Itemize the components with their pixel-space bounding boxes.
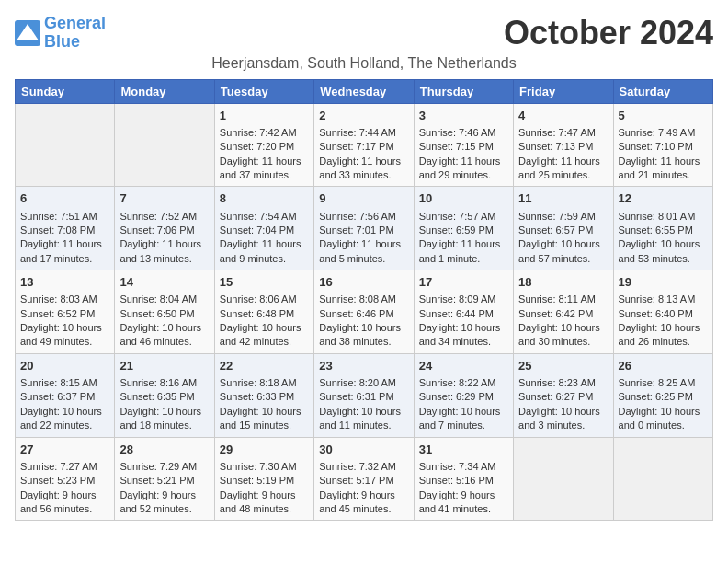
- cell-line: Sunset: 7:01 PM: [319, 224, 408, 237]
- calendar-cell: 2Sunrise: 7:44 AMSunset: 7:17 PMDaylight…: [314, 103, 414, 187]
- cell-line: Daylight: 10 hours and 0 minutes.: [619, 405, 708, 433]
- day-header-saturday: Saturday: [613, 79, 712, 103]
- cell-line: Sunrise: 8:22 AM: [419, 376, 508, 390]
- day-number: 14: [119, 274, 209, 291]
- day-number: 22: [220, 358, 309, 374]
- cell-line: Sunset: 7:15 PM: [419, 140, 508, 154]
- calendar-cell: 17Sunrise: 8:09 AMSunset: 6:44 PMDayligh…: [414, 270, 513, 354]
- cell-line: Daylight: 9 hours and 41 minutes.: [419, 488, 508, 517]
- day-number: 9: [319, 190, 408, 207]
- cell-line: Sunrise: 7:44 AM: [319, 126, 408, 140]
- cell-line: Sunset: 5:16 PM: [419, 474, 508, 488]
- cell-line: Sunset: 7:20 PM: [220, 140, 309, 154]
- cell-line: Sunset: 7:06 PM: [119, 224, 209, 237]
- calendar-cell: 15Sunrise: 8:06 AMSunset: 6:48 PMDayligh…: [214, 270, 313, 354]
- day-number: 29: [220, 442, 309, 458]
- day-number: 13: [20, 274, 109, 291]
- week-row-4: 20Sunrise: 8:15 AMSunset: 6:37 PMDayligh…: [16, 353, 713, 437]
- cell-line: Sunrise: 8:06 AM: [220, 293, 309, 306]
- logo-line2: Blue: [44, 32, 80, 51]
- cell-line: Sunset: 6:57 PM: [518, 224, 608, 237]
- cell-line: Daylight: 10 hours and 53 minutes.: [619, 237, 708, 266]
- cell-line: Daylight: 11 hours and 5 minutes.: [319, 237, 408, 266]
- day-number: 3: [419, 108, 508, 124]
- calendar-cell: 4Sunrise: 7:47 AMSunset: 7:13 PMDaylight…: [514, 103, 613, 187]
- cell-line: Sunrise: 8:13 AM: [619, 293, 708, 306]
- week-row-5: 27Sunrise: 7:27 AMSunset: 5:23 PMDayligh…: [16, 437, 713, 521]
- cell-line: Sunset: 5:23 PM: [20, 474, 109, 488]
- calendar-cell: 20Sunrise: 8:15 AMSunset: 6:37 PMDayligh…: [16, 353, 115, 437]
- cell-line: Daylight: 9 hours and 52 minutes.: [119, 488, 209, 517]
- day-number: 5: [619, 108, 708, 124]
- cell-line: Daylight: 10 hours and 34 minutes.: [419, 321, 508, 350]
- day-number: 16: [319, 274, 408, 291]
- cell-line: Sunset: 5:17 PM: [319, 474, 408, 488]
- cell-line: Sunset: 6:37 PM: [20, 390, 109, 404]
- cell-line: Sunset: 6:55 PM: [619, 224, 708, 237]
- day-number: 4: [518, 108, 608, 124]
- day-number: 20: [20, 358, 109, 374]
- cell-line: Daylight: 9 hours and 48 minutes.: [220, 488, 309, 517]
- cell-line: Sunset: 6:33 PM: [220, 390, 309, 404]
- cell-line: Daylight: 9 hours and 56 minutes.: [20, 488, 109, 517]
- calendar-cell: 29Sunrise: 7:30 AMSunset: 5:19 PMDayligh…: [214, 437, 313, 521]
- cell-line: Sunset: 6:29 PM: [419, 390, 508, 404]
- cell-line: Sunrise: 8:03 AM: [20, 293, 109, 306]
- calendar-cell: 14Sunrise: 8:04 AMSunset: 6:50 PMDayligh…: [115, 270, 214, 354]
- calendar-cell: [514, 437, 613, 521]
- calendar-cell: 18Sunrise: 8:11 AMSunset: 6:42 PMDayligh…: [514, 270, 613, 354]
- cell-line: Sunrise: 7:56 AM: [319, 210, 408, 224]
- cell-line: Sunrise: 7:54 AM: [220, 210, 309, 224]
- cell-line: Sunset: 6:44 PM: [419, 307, 508, 321]
- cell-line: Sunrise: 8:08 AM: [319, 293, 408, 306]
- cell-line: Daylight: 9 hours and 45 minutes.: [319, 488, 408, 517]
- cell-line: Daylight: 11 hours and 17 minutes.: [20, 237, 109, 266]
- calendar-cell: 6Sunrise: 7:51 AMSunset: 7:08 PMDaylight…: [16, 187, 115, 270]
- calendar-cell: [115, 103, 214, 187]
- day-number: 25: [518, 358, 608, 374]
- cell-line: Daylight: 11 hours and 33 minutes.: [319, 155, 408, 183]
- cell-line: Sunrise: 7:59 AM: [518, 210, 608, 224]
- calendar-cell: 13Sunrise: 8:03 AMSunset: 6:52 PMDayligh…: [16, 270, 115, 354]
- day-header-wednesday: Wednesday: [314, 79, 414, 103]
- day-number: 12: [619, 190, 708, 207]
- calendar-cell: 28Sunrise: 7:29 AMSunset: 5:21 PMDayligh…: [115, 437, 214, 521]
- cell-line: Sunrise: 7:57 AM: [419, 210, 508, 224]
- calendar-cell: 8Sunrise: 7:54 AMSunset: 7:04 PMDaylight…: [214, 187, 313, 270]
- location-title: Heerjansdam, South Holland, The Netherla…: [15, 55, 713, 72]
- calendar-cell: 22Sunrise: 8:18 AMSunset: 6:33 PMDayligh…: [214, 353, 313, 437]
- header-row: SundayMondayTuesdayWednesdayThursdayFrid…: [16, 79, 713, 103]
- cell-line: Sunrise: 7:27 AM: [20, 460, 109, 474]
- cell-line: Sunset: 6:48 PM: [220, 307, 309, 321]
- cell-line: Sunrise: 7:30 AM: [220, 460, 309, 474]
- cell-line: Sunrise: 8:04 AM: [119, 293, 209, 306]
- cell-line: Sunrise: 7:34 AM: [419, 460, 508, 474]
- day-number: 19: [619, 274, 708, 291]
- calendar-cell: [16, 103, 115, 187]
- cell-line: Daylight: 11 hours and 9 minutes.: [220, 237, 309, 266]
- cell-line: Sunset: 6:31 PM: [319, 390, 408, 404]
- cell-line: Sunset: 6:25 PM: [619, 390, 708, 404]
- cell-line: Daylight: 11 hours and 25 minutes.: [518, 155, 608, 183]
- day-number: 10: [419, 190, 508, 207]
- calendar-body: 1Sunrise: 7:42 AMSunset: 7:20 PMDaylight…: [16, 103, 713, 521]
- day-number: 7: [119, 190, 209, 207]
- cell-line: Sunrise: 8:20 AM: [319, 376, 408, 390]
- day-number: 18: [518, 274, 608, 291]
- calendar-cell: 7Sunrise: 7:52 AMSunset: 7:06 PMDaylight…: [115, 187, 214, 270]
- cell-line: Daylight: 10 hours and 46 minutes.: [119, 321, 209, 350]
- cell-line: Sunset: 7:17 PM: [319, 140, 408, 154]
- cell-line: Sunset: 7:13 PM: [518, 140, 608, 154]
- day-number: 27: [20, 442, 109, 458]
- month-title: October 2024: [504, 15, 713, 52]
- cell-line: Sunrise: 8:25 AM: [619, 376, 708, 390]
- cell-line: Sunrise: 7:49 AM: [619, 126, 708, 140]
- day-number: 21: [119, 358, 209, 374]
- day-header-monday: Monday: [115, 79, 214, 103]
- calendar-cell: 30Sunrise: 7:32 AMSunset: 5:17 PMDayligh…: [314, 437, 414, 521]
- calendar-cell: 1Sunrise: 7:42 AMSunset: 7:20 PMDaylight…: [214, 103, 313, 187]
- cell-line: Sunset: 5:21 PM: [119, 474, 209, 488]
- logo: General Blue: [15, 15, 106, 52]
- cell-line: Sunrise: 7:52 AM: [119, 210, 209, 224]
- cell-line: Sunrise: 8:01 AM: [619, 210, 708, 224]
